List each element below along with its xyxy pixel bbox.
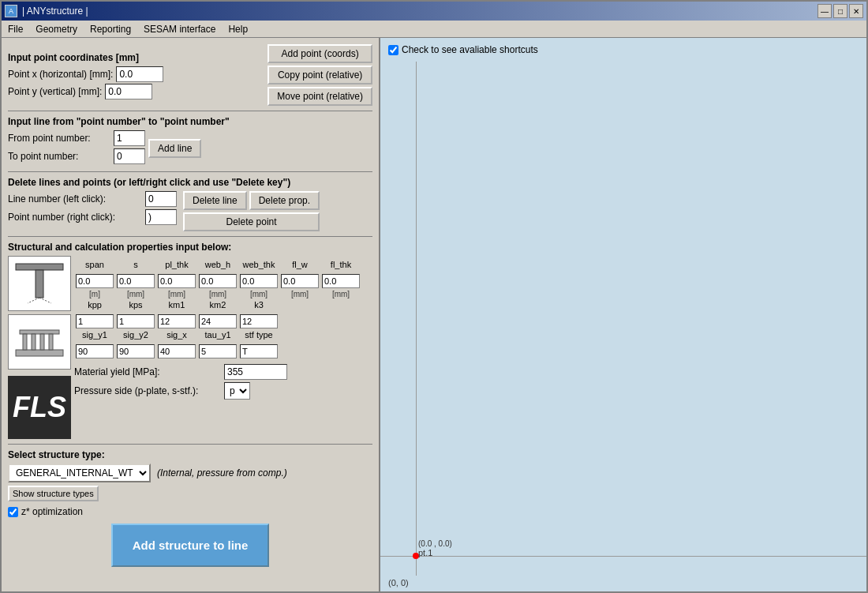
title-bar-left: A | ANYstructure | <box>5 5 88 17</box>
input-k3[interactable] <box>240 314 278 328</box>
struct-images: FLS <box>8 256 71 439</box>
menu-file[interactable]: File <box>2 22 29 36</box>
point-x-label: Point x (horizontal) [mm]: <box>8 69 113 80</box>
input-s[interactable] <box>117 274 155 288</box>
point-coords-title: Input point coordinates [mm] <box>8 52 258 63</box>
title-bar-buttons: — □ ✕ <box>817 4 863 18</box>
input-km1[interactable] <box>158 314 196 328</box>
input-sig-y1[interactable] <box>76 344 114 358</box>
struct-props-title: Structural and calculation properties in… <box>8 242 372 253</box>
delete-section: Delete lines and points (or left/right c… <box>8 177 372 231</box>
add-line-button[interactable]: Add line <box>148 139 201 158</box>
add-point-button[interactable]: Add point (coords) <box>268 44 372 63</box>
input-tau-y1[interactable] <box>199 344 237 358</box>
input-web-h[interactable] <box>199 274 237 288</box>
hdr-stf-type: stf type <box>238 329 279 340</box>
optimization-row: z* optimization <box>8 506 372 517</box>
from-point-row: From point number: <box>8 130 145 146</box>
coords-buttons: Add point (coords) Copy point (relative)… <box>268 44 372 106</box>
show-structure-types-button[interactable]: Show structure types <box>8 486 99 501</box>
bottom-coords-label: (0, 0) <box>388 578 409 587</box>
pressure-side-select[interactable]: p s <box>224 382 250 400</box>
unit-row-1: [m] [mm] [mm] [mm] [mm] [mm] [mm] <box>74 289 361 299</box>
svg-rect-5 <box>20 330 59 334</box>
to-point-input[interactable] <box>114 148 145 164</box>
input-fl-w[interactable] <box>281 274 319 288</box>
structure-type-select[interactable]: GENERAL_INTERNAL_WT <box>8 464 151 482</box>
input-span[interactable] <box>76 274 114 288</box>
point-coords-header: Input point coordinates [mm] Point x (ho… <box>8 44 372 106</box>
input-sig-x[interactable] <box>158 344 196 358</box>
struct-props-layout: FLS span s pl_thk web_h web_thk <box>8 256 372 439</box>
to-point-row: To point number: <box>8 148 145 164</box>
point-x-input[interactable] <box>116 66 163 82</box>
fls-label: FLS <box>13 391 66 424</box>
menu-reporting[interactable]: Reporting <box>84 22 137 36</box>
material-yield-input[interactable] <box>224 364 287 380</box>
hdr-span: span <box>74 259 115 270</box>
delete-point-button[interactable]: Delete point <box>183 212 320 231</box>
menu-sesam[interactable]: SESAM interface <box>137 22 222 36</box>
point-x-row: Point x (horizontal) [mm]: <box>8 66 258 82</box>
pressure-side-row: Pressure side (p-plate, s-stf.): p s <box>74 382 361 400</box>
value-row-3 <box>74 340 361 359</box>
copy-point-button[interactable]: Copy point (relative) <box>268 66 372 84</box>
material-yield-row: Material yield [MPa]: <box>74 364 361 380</box>
menu-geometry[interactable]: Geometry <box>29 22 84 36</box>
line-number-input[interactable] <box>145 191 177 207</box>
input-kpp[interactable] <box>76 314 114 328</box>
input-web-thk[interactable] <box>240 274 278 288</box>
from-point-label: From point number: <box>8 133 110 144</box>
minimize-button[interactable]: — <box>817 4 832 18</box>
maximize-button[interactable]: □ <box>833 4 847 18</box>
input-fl-thk[interactable] <box>322 274 360 288</box>
input-pl-thk[interactable] <box>158 274 196 288</box>
hdr-sig-x: sig_x <box>156 329 197 340</box>
hdr-kps: kps <box>115 299 156 310</box>
svg-line-3 <box>39 298 51 303</box>
point-y-row: Point y (vertical) [mm]: <box>8 84 258 99</box>
delete-line-button[interactable]: Delete line <box>183 191 247 210</box>
unit-span: [m] <box>74 289 115 299</box>
unit-web-h: [mm] <box>197 289 238 299</box>
hdr-web-thk: web_thk <box>238 259 279 270</box>
svg-rect-9 <box>49 334 53 350</box>
unit-pl-thk: [mm] <box>156 289 197 299</box>
point-coords-section: Input point coordinates [mm] Point x (ho… <box>8 44 372 106</box>
input-kps[interactable] <box>117 314 155 328</box>
unit-fl-w: [mm] <box>279 289 320 299</box>
menu-help[interactable]: Help <box>222 22 254 36</box>
divider-3 <box>8 236 372 237</box>
input-stf-type[interactable] <box>240 344 278 358</box>
t-beam-image <box>8 256 71 311</box>
optimization-label: z* optimization <box>21 506 83 517</box>
point-name-label: pt.1 <box>418 548 432 557</box>
delete-prop-button[interactable]: Delete prop. <box>249 191 320 210</box>
point-number-input[interactable] <box>145 209 177 225</box>
divider-1 <box>8 111 372 111</box>
svg-rect-8 <box>40 334 44 350</box>
input-sig-y2[interactable] <box>117 344 155 358</box>
move-point-button[interactable]: Move point (relative) <box>268 87 372 106</box>
add-structure-wrapper: Add structure to line <box>8 524 372 567</box>
hdr-km1: km1 <box>156 299 197 310</box>
crosshair-vertical <box>416 62 417 576</box>
unit-fl-thk: [mm] <box>320 289 361 299</box>
input-km2[interactable] <box>199 314 237 328</box>
svg-rect-7 <box>32 334 36 350</box>
props-table-wrapper: span s pl_thk web_h web_thk fl_w fl_thk <box>74 256 361 402</box>
hdr-fl-w: fl_w <box>279 259 320 270</box>
structure-type-desc: (Internal, pressure from comp.) <box>157 467 287 479</box>
svg-line-2 <box>28 298 39 303</box>
optimization-checkbox[interactable] <box>8 507 18 517</box>
optimization-label-row[interactable]: z* optimization <box>8 506 372 517</box>
material-yield-label: Material yield [MPa]: <box>74 366 224 377</box>
close-button[interactable]: ✕ <box>849 4 863 18</box>
main-window: A | ANYstructure | — □ ✕ File Geometry R… <box>0 0 868 593</box>
delete-top-btns: Delete line Delete prop. <box>183 191 320 210</box>
shortcut-checkbox[interactable] <box>388 45 398 55</box>
add-structure-button[interactable]: Add structure to line <box>111 524 269 567</box>
point-y-input[interactable] <box>105 84 152 99</box>
from-point-input[interactable] <box>114 130 145 146</box>
hdr-pl-thk: pl_thk <box>156 259 197 270</box>
